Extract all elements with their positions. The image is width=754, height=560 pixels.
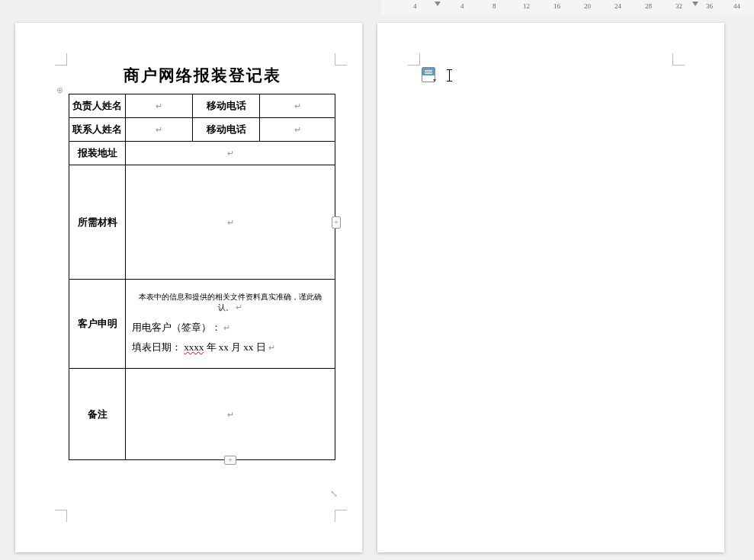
value-mobile-1[interactable]: ↵ [260,94,335,118]
value-responsible-name[interactable]: ↵ [126,94,193,118]
value-materials[interactable]: ↵ + [126,165,335,280]
value-declaration[interactable]: 本表中的信息和提供的相关文件资料真实准确，谨此确认。 ↵ 用电客户（签章）： ↵… [126,280,335,369]
label-contact-name[interactable]: 联系人姓名 [69,118,126,142]
label-address[interactable]: 报装地址 [69,142,126,165]
document-workspace: ⊕ 商户网络报装登记表 负责人姓名 ↵ 移动电话 ↵ 联系人姓名 ↵ 移动电话 … [0,15,754,560]
margin-corner-icon [55,510,67,522]
ruler-tick: 28 [645,2,652,10]
label-mobile-1[interactable]: 移动电话 [193,94,260,118]
label-remark[interactable]: 备注 [69,369,126,460]
horizontal-ruler: 4 4 8 12 16 20 24 28 32 36 44 [381,0,754,15]
value-remark[interactable]: ↵ + [126,369,335,460]
ruler-tick: 36 [706,2,713,10]
paragraph-mark-icon: ↵ [227,218,234,227]
label-responsible-name[interactable]: 负责人姓名 [69,94,126,118]
ruler-indent-marker-icon[interactable] [435,2,441,6]
ruler-tick: 20 [584,2,591,10]
form-table[interactable]: 负责人姓名 ↵ 移动电话 ↵ 联系人姓名 ↵ 移动电话 ↵ 报装地址 ↵ 所需材… [69,94,335,460]
paragraph-mark-icon: ↵ [294,125,301,134]
label-mobile-2[interactable]: 移动电话 [193,118,260,142]
paragraph-mark-icon: ↵ [223,323,230,332]
add-row-button[interactable]: + [224,456,236,465]
table-row: 客户申明 本表中的信息和提供的相关文件资料真实准确，谨此确认。 ↵ 用电客户（签… [69,280,335,369]
paragraph-mark-icon: ↵ [227,149,234,158]
value-mobile-2[interactable]: ↵ [260,118,335,142]
ruler-tick: 24 [614,2,621,10]
table-resize-handle-icon[interactable]: ⤡ [330,488,338,496]
margin-corner-icon [335,510,347,522]
section-break-icon[interactable] [422,67,435,82]
label-materials[interactable]: 所需材料 [69,165,126,280]
ruler-tick: 8 [493,2,496,10]
ruler-tick: 32 [675,2,682,10]
margin-corner-icon [408,53,420,66]
table-anchor-icon[interactable]: ⊕ [56,85,66,94]
page-2[interactable] [377,23,724,552]
ruler-tick: 16 [553,2,560,10]
paragraph-mark-icon: ↵ [268,343,275,352]
margin-corner-icon [335,53,347,66]
ruler-tick: 44 [733,2,740,10]
margin-corner-icon [672,53,685,66]
text-cursor [449,69,450,82]
table-row: 备注 ↵ + [69,369,335,460]
declaration-date-line[interactable]: 填表日期： xxxx 年 xx 月 xx 日 ↵ [132,341,329,354]
paragraph-mark-icon: ↵ [236,302,242,312]
value-address[interactable]: ↵ [126,142,335,165]
ruler-right-margin-marker-icon[interactable] [692,2,698,6]
spellcheck-underline: xxxx [184,341,204,353]
table-row: 报装地址 ↵ [69,142,335,165]
label-declaration[interactable]: 客户申明 [69,280,126,369]
document-title[interactable]: 商户网络报装登记表 [69,65,335,86]
ruler-tick: 4 [460,2,464,10]
declaration-signature-line: 用电客户（签章）： ↵ [132,321,329,334]
declaration-note: 本表中的信息和提供的相关文件资料真实准确，谨此确认。 ↵ [132,292,329,313]
ruler-tick: 12 [523,2,530,10]
table-row: 负责人姓名 ↵ 移动电话 ↵ [69,94,335,118]
paragraph-mark-icon: ↵ [294,101,301,110]
paragraph-mark-icon: ↵ [227,410,234,419]
page-2-content[interactable] [422,67,450,82]
margin-corner-icon [55,53,67,66]
paragraph-mark-icon: ↵ [156,125,162,134]
add-column-button[interactable]: + [332,216,341,229]
value-contact-name[interactable]: ↵ [126,118,193,142]
page-content[interactable]: 商户网络报装登记表 负责人姓名 ↵ 移动电话 ↵ 联系人姓名 ↵ 移动电话 ↵ … [69,65,335,460]
ruler-tick: 4 [413,2,417,10]
paragraph-mark-icon: ↵ [156,101,162,110]
table-row: 联系人姓名 ↵ 移动电话 ↵ [69,118,335,142]
page-1[interactable]: ⊕ 商户网络报装登记表 负责人姓名 ↵ 移动电话 ↵ 联系人姓名 ↵ 移动电话 … [15,23,362,552]
table-row: 所需材料 ↵ + [69,165,335,280]
